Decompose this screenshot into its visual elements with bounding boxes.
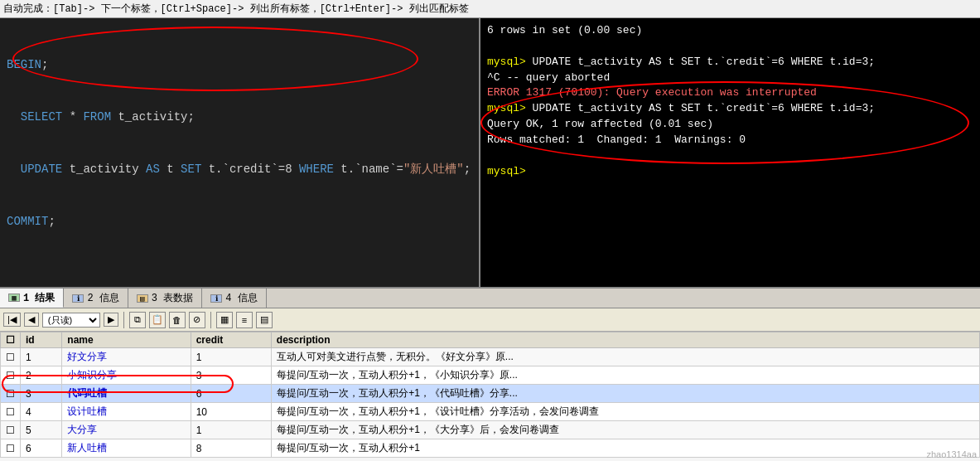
row6-check[interactable]: ☐ — [1, 439, 21, 458]
tab-info2[interactable]: ℹ 4 信息 — [202, 289, 266, 308]
row5-name: 大分享 — [62, 421, 191, 439]
code-line-4: COMMIT; — [7, 213, 472, 230]
autocomplete-hint: 自动完成：[Tab]-> 下一个标签，[Ctrl+Space]-> 列出所有标签… — [3, 3, 469, 15]
row4-desc: 每提问/互动一次，互动人积分+1，《设计吐槽》分享活动，会发问卷调查 — [271, 403, 979, 421]
row3-desc: 每提问/互动一次，互动人积分+1，《代码吐槽》分享... — [271, 385, 979, 403]
readonly-select[interactable]: (只读) — [42, 313, 100, 328]
tabs-row: ▦ 1 结果 ℹ 2 信息 ▤ 3 表数据 ℹ 4 信息 — [0, 289, 980, 308]
bottom-panel: ▦ 1 结果 ℹ 2 信息 ▤ 3 表数据 ℹ 4 信息 |◀ ◀ (只读) ▶… — [0, 287, 980, 461]
table-row[interactable]: ☐ 4 设计吐槽 10 每提问/互动一次，互动人积分+1，《设计吐槽》分享活动，… — [1, 403, 980, 421]
table-wrapper: ☐ id name credit description ☐ 1 好文分享 1 … — [0, 332, 980, 461]
filter-btn[interactable]: ⊘ — [189, 312, 205, 328]
nav-prev-btn[interactable]: ◀ — [24, 313, 39, 327]
row2-id: 2 — [21, 366, 62, 385]
term-line-8: Rows matched: 1 Changed: 1 Warnings: 0 — [487, 133, 973, 148]
col-credit: credit — [191, 332, 271, 348]
code-line-3: UPDATE t_activity AS t SET t.`credit`=8 … — [7, 161, 472, 178]
table-row[interactable]: ☐ 5 大分享 1 每提问/互动一次，互动人积分+1，《大分享》后，会发问卷调查 — [1, 421, 980, 439]
term-line-1: 6 rows in set (0.00 sec) — [487, 23, 973, 39]
row4-credit: 10 — [191, 403, 271, 421]
code-line-1: BEGIN; — [7, 56, 472, 74]
row5-id: 5 — [21, 421, 62, 439]
table-row[interactable]: ☐ 3 代码吐槽 6 每提问/互动一次，互动人积分+1，《代码吐槽》分享... — [1, 385, 980, 403]
row6-id: 6 — [21, 439, 62, 458]
term-line-9 — [487, 148, 973, 164]
tab-info1-icon: ℹ — [72, 294, 84, 303]
nav-first-btn[interactable]: |◀ — [3, 313, 21, 327]
code-area[interactable]: BEGIN; SELECT * FROM t_activity; UPDATE … — [0, 18, 479, 269]
row4-id: 4 — [21, 403, 62, 421]
row2-name: 小知识分享 — [62, 366, 191, 385]
sep2 — [210, 312, 211, 328]
tab-results-icon: ▦ — [8, 294, 20, 302]
delete-btn[interactable]: 🗑 — [169, 312, 186, 328]
table-row[interactable]: ☐ 1 好文分享 1 互动人可对美文进行点赞，无积分。《好文分享》原... — [1, 348, 980, 366]
main-content: BEGIN; SELECT * FROM t_activity; UPDATE … — [0, 18, 980, 287]
tab-tabledata[interactable]: ▤ 3 表数据 — [128, 289, 202, 308]
row4-check[interactable]: ☐ — [1, 403, 21, 421]
tab-results-label: 1 结果 — [23, 291, 55, 305]
sep1 — [123, 312, 124, 328]
row1-desc: 互动人可对美文进行点赞，无积分。《好文分享》原... — [271, 348, 979, 366]
view-grid-btn[interactable]: ▦ — [216, 312, 233, 328]
row1-id: 1 — [21, 348, 62, 366]
table-header-row: ☐ id name credit description — [1, 332, 980, 348]
tab-info2-icon: ℹ — [210, 294, 222, 303]
col-id: id — [21, 332, 62, 348]
watermark: zhao1314aa — [926, 449, 977, 459]
row2-desc: 每提问/互动一次，互动人积分+1，《小知识分享》原... — [271, 366, 979, 385]
term-line-7: Query OK, 1 row affected (0.01 sec) — [487, 117, 973, 133]
table-container[interactable]: ☐ id name credit description ☐ 1 好文分享 1 … — [0, 332, 980, 458]
term-line-6: mysql> UPDATE t_activity AS t SET t.`cre… — [487, 101, 973, 117]
left-panel: BEGIN; SELECT * FROM t_activity; UPDATE … — [0, 18, 480, 287]
results-table: ☐ id name credit description ☐ 1 好文分享 1 … — [0, 332, 980, 458]
table-row[interactable]: ☐ 6 新人吐槽 8 每提问/互动一次，互动人积分+1 — [1, 439, 980, 458]
terminal-panel: 6 rows in set (0.00 sec) mysql> UPDATE t… — [480, 18, 980, 287]
row2-check[interactable]: ☐ — [1, 366, 21, 385]
tab-tabledata-label: 3 表数据 — [152, 291, 193, 305]
term-line-2 — [487, 39, 973, 55]
row1-name: 好文分享 — [62, 348, 191, 366]
view-list-btn[interactable]: ≡ — [236, 312, 253, 328]
top-toolbar: 自动完成：[Tab]-> 下一个标签，[Ctrl+Space]-> 列出所有标签… — [0, 0, 980, 18]
tab-results[interactable]: ▦ 1 结果 — [0, 289, 64, 308]
term-line-3: mysql> UPDATE t_activity AS t SET t.`cre… — [487, 55, 973, 70]
nav-next-btn[interactable]: ▶ — [104, 313, 118, 327]
col-checkbox: ☐ — [1, 332, 21, 348]
code-commit: COMMIT — [7, 213, 48, 230]
tab-info2-label: 4 信息 — [225, 291, 257, 305]
code-line-2: SELECT * FROM t_activity; — [7, 109, 472, 126]
paste-btn[interactable]: 📋 — [149, 312, 166, 328]
term-line-4: ^C -- query aborted — [487, 70, 973, 86]
col-description: description — [271, 332, 979, 348]
row2-credit: 3 — [191, 366, 271, 385]
row4-name: 设计吐槽 — [62, 403, 191, 421]
col-name: name — [62, 332, 191, 348]
row1-check[interactable]: ☐ — [1, 348, 21, 366]
row3-credit: 6 — [191, 385, 271, 403]
tab-info1-label: 2 信息 — [87, 291, 118, 305]
row6-desc: 每提问/互动一次，互动人积分+1 — [271, 439, 979, 458]
code-begin: BEGIN — [7, 56, 41, 74]
row5-credit: 1 — [191, 421, 271, 439]
copy-btn[interactable]: ⧉ — [129, 312, 146, 328]
term-line-10: mysql> — [487, 164, 973, 180]
row5-desc: 每提问/互动一次，互动人积分+1，《大分享》后，会发问卷调查 — [271, 421, 979, 439]
row3-check[interactable]: ☐ — [1, 385, 21, 403]
table-row[interactable]: ☐ 2 小知识分享 3 每提问/互动一次，互动人积分+1，《小知识分享》原... — [1, 366, 980, 385]
row5-check[interactable]: ☐ — [1, 421, 21, 439]
tab-info1[interactable]: ℹ 2 信息 — [64, 289, 128, 308]
row3-name: 代码吐槽 — [62, 385, 191, 403]
row1-credit: 1 — [191, 348, 271, 366]
term-line-5: ERROR 1317 (70100): Query execution was … — [487, 85, 973, 101]
tab-tabledata-icon: ▤ — [137, 294, 148, 303]
view-form-btn[interactable]: ▤ — [256, 312, 273, 328]
row6-credit: 8 — [191, 439, 271, 458]
bottom-toolbar: |◀ ◀ (只读) ▶ ⧉ 📋 🗑 ⊘ ▦ ≡ ▤ — [0, 308, 980, 332]
row3-id: 3 — [21, 385, 62, 403]
row6-name: 新人吐槽 — [62, 439, 191, 458]
